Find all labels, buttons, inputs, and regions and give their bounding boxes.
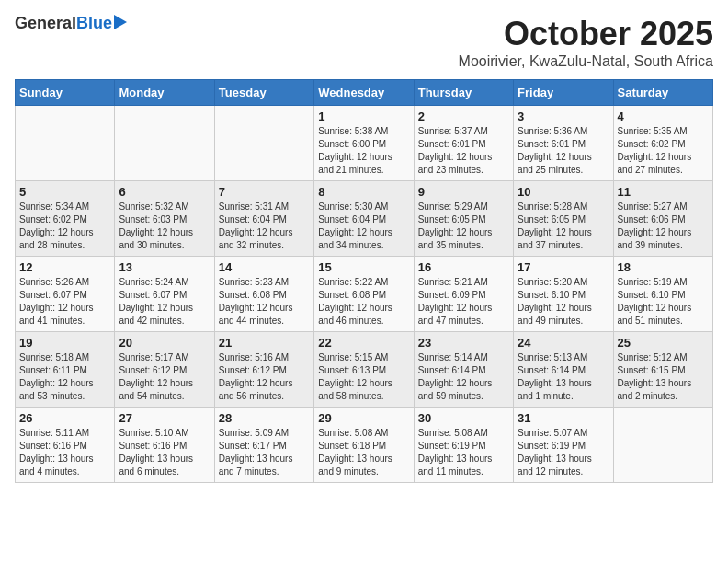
logo-blue: Blue [76,15,112,31]
col-header-friday: Friday [514,80,613,106]
day-number: 21 [219,336,310,350]
page-title: October 2025 [459,15,713,53]
calendar-header-row: SundayMondayTuesdayWednesdayThursdayFrid… [16,80,713,106]
day-info: Sunrise: 5:34 AM Sunset: 6:02 PM Dayligh… [19,201,110,252]
calendar-cell [115,106,214,181]
calendar-cell: 19Sunrise: 5:18 AM Sunset: 6:11 PM Dayli… [16,332,115,408]
calendar-cell: 20Sunrise: 5:17 AM Sunset: 6:12 PM Dayli… [115,332,214,408]
day-number: 29 [318,411,409,425]
day-info: Sunrise: 5:26 AM Sunset: 6:07 PM Dayligh… [19,276,110,327]
calendar-cell: 6Sunrise: 5:32 AM Sunset: 6:03 PM Daylig… [115,181,214,257]
day-number: 6 [119,185,210,199]
calendar-week-4: 19Sunrise: 5:18 AM Sunset: 6:11 PM Dayli… [16,332,713,408]
calendar-cell: 22Sunrise: 5:15 AM Sunset: 6:13 PM Dayli… [314,332,414,408]
day-info: Sunrise: 5:12 AM Sunset: 6:15 PM Dayligh… [618,351,709,403]
calendar-week-1: 1Sunrise: 5:38 AM Sunset: 6:00 PM Daylig… [16,106,713,181]
day-info: Sunrise: 5:16 AM Sunset: 6:12 PM Dayligh… [219,351,310,403]
day-number: 8 [318,185,409,199]
day-info: Sunrise: 5:08 AM Sunset: 6:18 PM Dayligh… [318,427,409,478]
calendar-cell: 1Sunrise: 5:38 AM Sunset: 6:00 PM Daylig… [314,106,414,181]
day-number: 16 [418,260,509,274]
day-number: 23 [418,336,509,350]
calendar-cell: 13Sunrise: 5:24 AM Sunset: 6:07 PM Dayli… [115,257,214,332]
calendar-cell: 4Sunrise: 5:35 AM Sunset: 6:02 PM Daylig… [613,106,712,181]
day-number: 10 [518,185,609,199]
day-number: 1 [318,109,409,123]
col-header-sunday: Sunday [16,80,115,106]
day-number: 14 [219,260,310,274]
calendar-cell: 17Sunrise: 5:20 AM Sunset: 6:10 PM Dayli… [514,257,613,332]
col-header-monday: Monday [115,80,214,106]
day-info: Sunrise: 5:28 AM Sunset: 6:05 PM Dayligh… [518,201,609,252]
calendar-cell: 8Sunrise: 5:30 AM Sunset: 6:04 PM Daylig… [314,181,414,257]
calendar-cell: 23Sunrise: 5:14 AM Sunset: 6:14 PM Dayli… [414,332,513,408]
calendar-cell: 11Sunrise: 5:27 AM Sunset: 6:06 PM Dayli… [613,181,712,257]
calendar-cell: 3Sunrise: 5:36 AM Sunset: 6:01 PM Daylig… [514,106,613,181]
day-number: 24 [518,336,609,350]
day-info: Sunrise: 5:38 AM Sunset: 6:00 PM Dayligh… [318,125,409,177]
day-number: 28 [219,411,310,425]
day-number: 30 [418,411,509,425]
day-info: Sunrise: 5:20 AM Sunset: 6:10 PM Dayligh… [518,276,609,327]
calendar-cell: 29Sunrise: 5:08 AM Sunset: 6:18 PM Dayli… [314,408,414,483]
calendar-cell [613,408,712,483]
day-info: Sunrise: 5:19 AM Sunset: 6:10 PM Dayligh… [618,276,709,327]
day-info: Sunrise: 5:13 AM Sunset: 6:14 PM Dayligh… [518,351,609,403]
day-info: Sunrise: 5:31 AM Sunset: 6:04 PM Dayligh… [219,201,310,252]
day-number: 12 [19,260,110,274]
day-number: 31 [518,411,609,425]
day-number: 9 [418,185,509,199]
svg-marker-0 [114,15,127,29]
calendar-cell: 5Sunrise: 5:34 AM Sunset: 6:02 PM Daylig… [16,181,115,257]
day-number: 25 [618,336,709,350]
day-number: 22 [318,336,409,350]
logo-general: General [15,15,76,31]
day-info: Sunrise: 5:24 AM Sunset: 6:07 PM Dayligh… [119,276,210,327]
calendar-cell: 31Sunrise: 5:07 AM Sunset: 6:19 PM Dayli… [514,408,613,483]
calendar-cell: 10Sunrise: 5:28 AM Sunset: 6:05 PM Dayli… [514,181,613,257]
calendar-cell: 7Sunrise: 5:31 AM Sunset: 6:04 PM Daylig… [214,181,313,257]
logo-text-group: General Blue [15,15,127,31]
calendar-cell: 28Sunrise: 5:09 AM Sunset: 6:17 PM Dayli… [214,408,313,483]
day-number: 26 [19,411,110,425]
day-number: 2 [418,109,509,123]
day-number: 5 [19,185,110,199]
day-info: Sunrise: 5:09 AM Sunset: 6:17 PM Dayligh… [219,427,310,478]
col-header-tuesday: Tuesday [214,80,313,106]
day-info: Sunrise: 5:36 AM Sunset: 6:01 PM Dayligh… [518,125,609,177]
calendar-cell: 12Sunrise: 5:26 AM Sunset: 6:07 PM Dayli… [16,257,115,332]
day-info: Sunrise: 5:22 AM Sunset: 6:08 PM Dayligh… [318,276,409,327]
calendar-cell: 21Sunrise: 5:16 AM Sunset: 6:12 PM Dayli… [214,332,313,408]
day-info: Sunrise: 5:23 AM Sunset: 6:08 PM Dayligh… [219,276,310,327]
calendar-cell: 15Sunrise: 5:22 AM Sunset: 6:08 PM Dayli… [314,257,414,332]
calendar-cell [214,106,313,181]
calendar-cell: 30Sunrise: 5:08 AM Sunset: 6:19 PM Dayli… [414,408,513,483]
col-header-wednesday: Wednesday [314,80,414,106]
day-number: 3 [518,109,609,123]
day-info: Sunrise: 5:10 AM Sunset: 6:16 PM Dayligh… [119,427,210,478]
day-info: Sunrise: 5:37 AM Sunset: 6:01 PM Dayligh… [418,125,509,177]
logo: General Blue [15,15,127,31]
day-number: 20 [119,336,210,350]
day-number: 17 [518,260,609,274]
page-subtitle: Mooirivier, KwaZulu-Natal, South Africa [459,53,713,70]
calendar-cell: 14Sunrise: 5:23 AM Sunset: 6:08 PM Dayli… [214,257,313,332]
day-info: Sunrise: 5:35 AM Sunset: 6:02 PM Dayligh… [618,125,709,177]
day-info: Sunrise: 5:14 AM Sunset: 6:14 PM Dayligh… [418,351,509,403]
day-info: Sunrise: 5:21 AM Sunset: 6:09 PM Dayligh… [418,276,509,327]
day-number: 19 [19,336,110,350]
day-info: Sunrise: 5:27 AM Sunset: 6:06 PM Dayligh… [618,201,709,252]
day-number: 11 [618,185,709,199]
day-number: 15 [318,260,409,274]
calendar-cell: 16Sunrise: 5:21 AM Sunset: 6:09 PM Dayli… [414,257,513,332]
calendar-cell: 9Sunrise: 5:29 AM Sunset: 6:05 PM Daylig… [414,181,513,257]
day-number: 4 [618,109,709,123]
logo-arrow-icon [114,15,127,29]
calendar-cell: 2Sunrise: 5:37 AM Sunset: 6:01 PM Daylig… [414,106,513,181]
col-header-saturday: Saturday [613,80,712,106]
day-info: Sunrise: 5:32 AM Sunset: 6:03 PM Dayligh… [119,201,210,252]
day-info: Sunrise: 5:18 AM Sunset: 6:11 PM Dayligh… [19,351,110,403]
day-number: 7 [219,185,310,199]
day-number: 18 [618,260,709,274]
calendar-week-3: 12Sunrise: 5:26 AM Sunset: 6:07 PM Dayli… [16,257,713,332]
